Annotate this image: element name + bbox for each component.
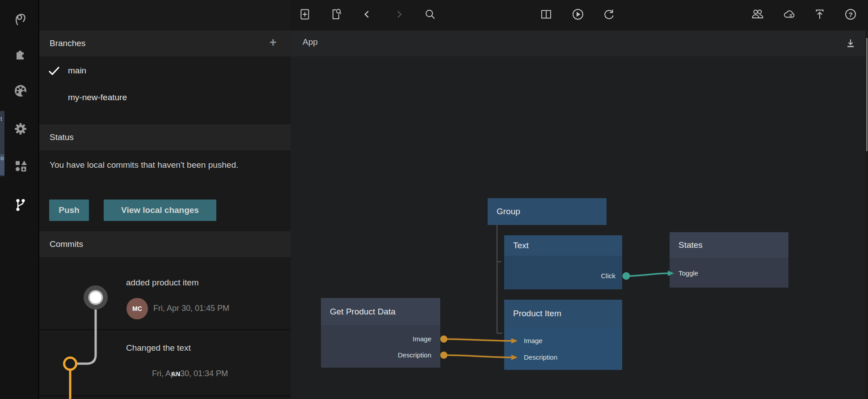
- commit-divider: [39, 329, 291, 330]
- branch-item-main[interactable]: main: [39, 60, 291, 81]
- download-icon[interactable]: [844, 37, 857, 50]
- status-title: Status: [50, 132, 74, 142]
- node-title: Get Product Data: [321, 298, 440, 325]
- commit-title: Changed the text: [126, 343, 191, 353]
- input-port-image[interactable]: Image: [524, 336, 543, 345]
- search-icon[interactable]: [424, 8, 436, 21]
- branch-name: main: [68, 66, 86, 76]
- branches-section-header: Branches: [39, 30, 291, 56]
- collaborators-icon[interactable]: [751, 8, 764, 21]
- cloud-services-icon[interactable]: [783, 8, 795, 21]
- node-title: Product Item: [504, 300, 622, 327]
- background-panel-fragment: t o: [0, 111, 4, 176]
- component-search-icon[interactable]: [330, 8, 342, 21]
- node-states[interactable]: States Toggle: [670, 232, 788, 288]
- branch-item-my-new-feature[interactable]: my-new-feature: [39, 87, 291, 108]
- commit-title: added product item: [126, 278, 199, 288]
- editor-toolbar: ?: [291, 0, 868, 30]
- clipped-text-fragment: t: [0, 115, 2, 122]
- node-get-product-data[interactable]: Get Product Data Image Description: [321, 298, 440, 368]
- node-title: Text: [504, 235, 622, 256]
- commit-date: Fri, Apr 30, 01:45 PM: [153, 304, 229, 313]
- output-port-description[interactable]: Description: [398, 351, 431, 360]
- navigate-forward-icon[interactable]: [393, 8, 405, 21]
- node-group[interactable]: Group: [488, 198, 607, 225]
- node-product-item[interactable]: Product Item Image Description: [504, 300, 622, 370]
- navigate-back-icon[interactable]: [361, 8, 373, 21]
- clipped-text-fragment: o: [0, 155, 4, 161]
- node-graph-canvas[interactable]: Group Text Click States Toggle Get Produ…: [291, 56, 868, 399]
- input-port-toggle[interactable]: Toggle: [678, 269, 698, 278]
- version-control-icon[interactable]: [13, 198, 28, 212]
- checkmark-icon: [48, 65, 60, 78]
- help-icon[interactable]: ?: [844, 8, 857, 21]
- push-button[interactable]: Push: [49, 200, 89, 221]
- commit-date: Fri, Apr 30, 01:34 PM: [152, 369, 228, 378]
- noodl-logo-icon[interactable]: [13, 13, 28, 27]
- add-node-icon[interactable]: [299, 8, 311, 21]
- deploy-icon[interactable]: [813, 8, 826, 21]
- commits-title: Commits: [50, 239, 83, 249]
- plugins-icon[interactable]: [13, 47, 28, 61]
- svg-text:?: ?: [848, 11, 852, 18]
- commit-avatar: MC: [126, 298, 148, 319]
- branches-title: Branches: [50, 38, 85, 48]
- canvas-scrollbar-track: [865, 30, 868, 399]
- noodl-editor-window: t o: [0, 0, 868, 399]
- node-title: States: [670, 232, 788, 258]
- status-section-header: Status: [39, 124, 291, 150]
- view-local-changes-button[interactable]: View local changes: [104, 200, 216, 221]
- canvas-header: App: [291, 30, 868, 56]
- canvas-scrollbar-thumb[interactable]: [866, 38, 868, 151]
- refresh-icon[interactable]: [603, 8, 615, 21]
- status-message: You have local commits that haven't been…: [50, 157, 273, 172]
- settings-icon[interactable]: [13, 122, 28, 136]
- split-editor-icon[interactable]: [540, 8, 552, 21]
- output-port-click[interactable]: Click: [601, 272, 616, 280]
- version-control-panel: Branches + main my-new-feature Status Yo…: [39, 0, 291, 399]
- output-port-image[interactable]: Image: [413, 335, 431, 344]
- add-branch-button[interactable]: +: [266, 36, 280, 49]
- palette-icon[interactable]: [13, 84, 28, 98]
- input-port-description[interactable]: Description: [524, 353, 557, 362]
- commits-section-header: Commits: [39, 231, 291, 257]
- preview-play-icon[interactable]: [572, 8, 584, 21]
- canvas-tab-title: App: [303, 37, 318, 47]
- plus-icon: +: [270, 36, 277, 49]
- components-icon[interactable]: [13, 159, 28, 173]
- activity-bar: t o: [0, 0, 39, 399]
- node-title: Group: [488, 198, 607, 225]
- node-text[interactable]: Text Click: [504, 235, 622, 289]
- commit-divider: [39, 395, 291, 396]
- branch-name: my-new-feature: [68, 93, 127, 102]
